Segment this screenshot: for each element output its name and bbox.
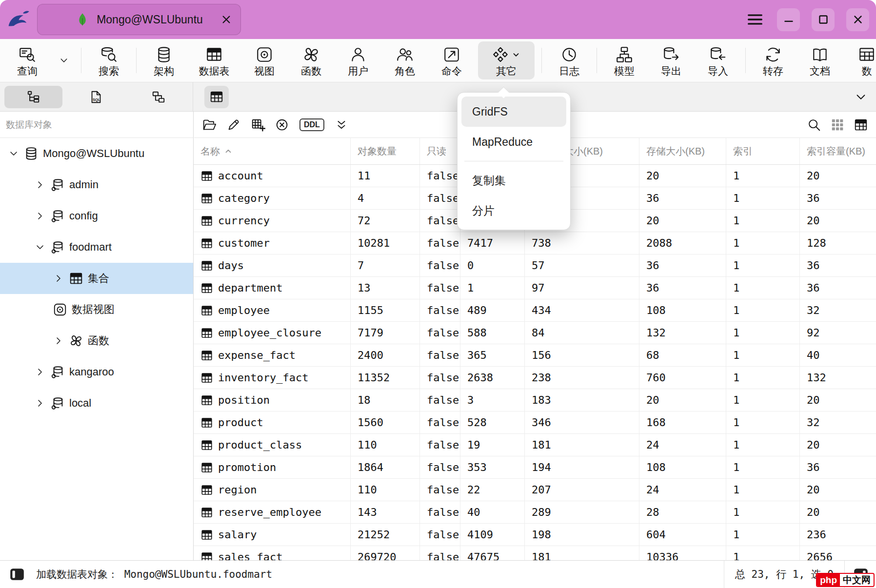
tree-item-db-config[interactable]: config [0,200,193,232]
open-collection-button[interactable] [202,118,217,132]
cell-readonly: false [420,344,460,366]
collection-name: employee [218,304,270,316]
cell-data_size: 353 [460,456,525,478]
close-button[interactable] [846,8,869,31]
object-filter-input[interactable]: 数据库对象 [0,112,193,138]
ddl-button[interactable]: DDL [299,118,324,131]
toolbar-users-button[interactable]: 用户 [338,41,378,79]
toolbar-docs-button[interactable]: 文档 [799,41,840,79]
collapse-panel-icon[interactable] [854,90,868,104]
tree-item-db-local[interactable]: local [0,388,193,419]
toolbar-separator [541,48,542,73]
toolbar-log-button[interactable]: 日志 [549,41,590,79]
toolbar-roles-button[interactable]: 角色 [384,41,425,79]
tree-item-functions[interactable]: 函数 [0,325,193,356]
toolbar-export-button[interactable]: 导出 [651,41,692,79]
table-row-department[interactable]: department13false19736136 [194,277,876,299]
table-row-employee_closure[interactable]: employee_closure7179false58884132192 [194,322,876,344]
menu-item-mapreduce[interactable]: MapReduce [461,127,566,157]
main-menu-icon[interactable] [745,9,765,30]
cell-storage: 36 [639,187,726,209]
cell-index_size: 36 [800,456,876,478]
toolbar-import-button[interactable]: 导入 [697,41,738,79]
icon-view-toggle[interactable] [830,118,845,132]
table-row-reserve_employee[interactable]: reserve_employee143false4028928120 [194,501,876,524]
tab-close-icon[interactable] [220,13,233,26]
cell-storage: 36 [639,277,726,299]
table-row-sales_fact[interactable]: sales_fact269720false476751811033612656 [194,546,876,560]
collection-name: department [218,282,282,294]
cell-name: customer [194,232,351,254]
table-row-employee[interactable]: employee1155false489434108132 [194,299,876,322]
tree-item-connection[interactable]: Mongo@WSLUbuntu [0,138,193,169]
tree-item-db-admin[interactable]: admin [0,169,193,200]
toolbar-query-button[interactable]: 查询 [7,41,48,79]
column-header-indexes[interactable]: 索引 [726,138,800,164]
menu-item-gridfs[interactable]: GridFS [461,97,566,127]
column-header-indexsize[interactable]: 索引容量(KB) [800,138,876,164]
delete-collection-button[interactable] [275,118,290,132]
toolbar-label: 函数 [301,66,321,76]
watermark-badge: php [817,574,840,586]
app-logo-icon [6,6,32,33]
toolbar-schema-button[interactable]: 架构 [143,41,184,79]
cell-avg_size: 181 [525,434,639,456]
schema-compare-tab-button[interactable] [129,86,187,108]
search-objects-icon[interactable] [807,118,821,132]
table-row-position[interactable]: position18false318320120 [194,389,876,412]
tree-item-data-views[interactable]: 数据视图 [0,294,193,325]
grid-view-tab-button[interactable] [204,86,229,108]
cell-avg_size: 183 [525,389,639,411]
table-row-inventory_fact[interactable]: inventory_fact11352false26382387601132 [194,367,876,389]
mongodb-leaf-icon [75,12,90,27]
toolbar-search-button[interactable]: 搜索 [88,41,129,79]
tree-item-collections[interactable]: 集合 [0,263,193,294]
table-row-promotion[interactable]: promotion1864false353194108136 [194,456,876,479]
connection-tab[interactable]: Mongo@WSLUbuntu [37,4,241,35]
cell-name: account [194,165,351,187]
tree-item-db-kangaroo[interactable]: kangaroo [0,356,193,388]
design-collection-button[interactable] [226,118,241,132]
cell-indexes: 1 [726,524,800,546]
table-row-product_class[interactable]: product_class110false1918124120 [194,434,876,456]
toolbar-dump-button[interactable]: 转存 [753,41,794,79]
toolbar-views-button[interactable]: 视图 [244,41,285,79]
menu-item-sharding[interactable]: 分片 [461,196,566,226]
maximize-button[interactable] [812,8,835,31]
menu-item-replicaset[interactable]: 复制集 [461,165,566,196]
toolbar-query-dropdown-icon[interactable] [54,41,74,79]
tree-item-db-foodmart[interactable]: foodmart [0,232,193,263]
cell-data_size: 19 [460,434,525,456]
column-header-count[interactable]: 对象数量 [351,138,420,164]
table-row-days[interactable]: days7false05736136 [194,255,876,277]
objects-tab-button[interactable] [4,86,62,108]
toolbar-functions-button[interactable]: 函数 [291,41,332,79]
table-row-product[interactable]: product1560false528346168132 [194,412,876,434]
detail-view-toggle[interactable] [854,118,868,132]
column-header-readonly[interactable]: 只读 [420,138,460,164]
toolbar-commands-button[interactable]: 命令 [431,41,472,79]
toolbar-others-button[interactable]: 其它 [478,41,535,79]
toggle-sidebar-icon[interactable] [9,566,25,583]
cell-data_size: 3 [460,389,525,411]
new-collection-button[interactable] [251,118,265,132]
query-tab-button[interactable]: SQL [67,86,125,108]
toolbar-tables-button[interactable]: 数据表 [190,41,238,79]
more-actions-icon[interactable] [334,118,349,132]
table-row-customer[interactable]: customer10281false741773820881128 [194,232,876,255]
toolbar-data-dict-button[interactable]: 数 [846,41,876,79]
table-row-salary[interactable]: salary21252false41091986041236 [194,524,876,546]
minimize-button[interactable] [777,8,800,31]
collection-name: currency [218,215,270,227]
cell-readonly: false [420,367,460,389]
cell-name: region [194,479,351,501]
column-header-storage[interactable]: 存储大小(KB) [639,138,726,164]
table-row-region[interactable]: region110false2220724120 [194,479,876,501]
column-header-name[interactable]: 名称 [194,138,351,164]
view-tabs-bar: SQL [0,82,876,112]
cell-indexes: 1 [726,210,800,232]
toolbar-model-button[interactable]: 模型 [604,41,645,79]
table-row-expense_fact[interactable]: expense_fact2400false36515668140 [194,344,876,367]
toolbar-label: 模型 [614,66,635,76]
cell-index_size: 20 [800,210,876,232]
